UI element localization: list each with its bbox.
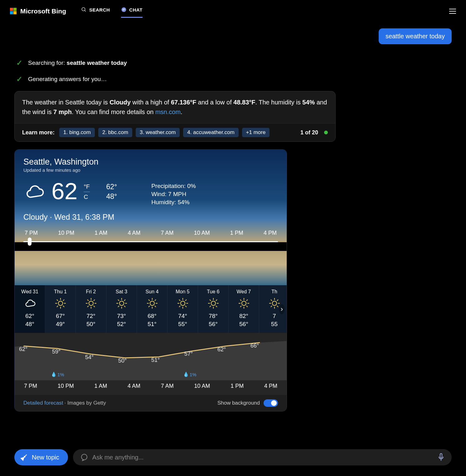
day-label: Sun 4 (138, 289, 166, 295)
weather-card: Seattle, Washington Updated a few minute… (14, 149, 287, 411)
day-cell[interactable]: Mon 574°55° (167, 285, 198, 333)
svg-point-30 (150, 301, 154, 305)
svg-line-38 (148, 306, 150, 307)
unit-toggle[interactable]: °FC (84, 183, 90, 200)
svg-line-9 (63, 306, 64, 307)
source-more[interactable]: +1 more (242, 128, 270, 137)
svg-point-39 (181, 301, 185, 305)
svg-point-21 (119, 301, 124, 305)
chart-temp-label: 50° (118, 358, 127, 364)
slider-thumb[interactable] (28, 238, 32, 246)
hour-label: 1 AM (94, 383, 107, 389)
hi-lo: 62°48° (106, 183, 117, 201)
svg-line-18 (94, 306, 95, 307)
day-cell[interactable]: Sat 373°52° (106, 285, 137, 333)
day-temps: 78°56° (199, 312, 227, 328)
svg-line-73 (277, 300, 278, 301)
day-temps: 72°50° (77, 312, 105, 328)
svg-line-17 (87, 300, 89, 301)
new-topic-button[interactable]: New topic (14, 449, 68, 465)
day-cell[interactable]: Wed 3162°48° (15, 285, 45, 333)
brand-text: Microsoft Bing (20, 7, 66, 15)
show-bg-toggle[interactable] (264, 399, 278, 407)
source-4[interactable]: 4. accuweather.com (183, 128, 238, 137)
hour-label: 10 AM (194, 383, 210, 389)
svg-line-54 (216, 306, 217, 307)
svg-point-48 (211, 301, 216, 305)
menu-icon[interactable] (449, 9, 456, 14)
day-cell[interactable]: Sun 468°51° (137, 285, 167, 333)
hour-label: 10 PM (58, 230, 74, 236)
sun-icon (146, 297, 158, 310)
background-image (15, 251, 287, 285)
svg-point-57 (242, 301, 246, 305)
msn-link[interactable]: msn.com (155, 108, 181, 115)
svg-point-2 (122, 7, 126, 12)
cloud-icon (24, 297, 36, 310)
tab-search[interactable]: SEARCH (81, 4, 110, 18)
ask-input[interactable]: Ask me anything... (73, 449, 452, 465)
hour-label: 4 PM (264, 230, 277, 236)
day-cell[interactable]: Wed 782°56° (229, 285, 259, 333)
day-temps: 82°56° (230, 312, 258, 328)
sun-icon (238, 297, 250, 310)
chart-temp-label: 57° (184, 351, 193, 357)
status-generating: ✓ Generating answers for you… (16, 75, 452, 84)
svg-line-56 (210, 306, 211, 307)
images-credit: · Images by Getty (65, 400, 106, 406)
sun-icon (85, 297, 97, 310)
svg-line-11 (57, 306, 58, 307)
day-temps: 62°48° (16, 312, 44, 328)
hour-label: 10 AM (194, 230, 210, 236)
svg-line-65 (240, 306, 241, 307)
learn-more-label: Learn more: (22, 129, 55, 136)
svg-line-47 (179, 306, 180, 307)
svg-line-63 (246, 306, 248, 307)
source-1[interactable]: 1. bing.com (59, 128, 95, 137)
svg-line-10 (63, 300, 64, 301)
svg-rect-76 (440, 454, 442, 458)
day-label: Mon 5 (169, 289, 197, 295)
tab-chat[interactable]: CHAT (121, 4, 143, 18)
microphone-icon[interactable] (437, 453, 445, 462)
answer-text: The weather in Seattle today is Cloudy w… (15, 91, 335, 123)
svg-point-0 (82, 7, 85, 11)
svg-point-66 (272, 301, 277, 305)
svg-line-26 (118, 300, 119, 301)
hour-label: 7 AM (161, 383, 174, 389)
day-cell[interactable]: Thu 167°49° (45, 285, 76, 333)
hour-label: 1 PM (230, 230, 243, 236)
svg-line-29 (118, 306, 119, 307)
svg-line-1 (85, 10, 86, 12)
chart-temp-label: 54° (85, 354, 94, 361)
hour-label: 1 PM (231, 383, 244, 389)
svg-line-44 (179, 300, 180, 301)
precip-label: 💧1% (51, 372, 64, 377)
day-temps: 68°51° (138, 312, 166, 328)
day-cell[interactable]: Tue 678°56° (198, 285, 229, 333)
svg-line-20 (87, 306, 89, 307)
svg-line-55 (216, 300, 217, 301)
location-title: Seattle, Washington (23, 157, 278, 167)
time-slider[interactable] (23, 241, 278, 242)
svg-line-27 (124, 306, 125, 307)
svg-line-37 (155, 300, 156, 301)
day-temps: 73°52° (108, 312, 135, 328)
check-icon: ✓ (16, 75, 22, 84)
day-cell[interactable]: Fri 272°50° (76, 285, 106, 333)
chart-temp-label: 66° (250, 343, 259, 349)
svg-line-19 (94, 300, 95, 301)
brand-logo[interactable]: Microsoft Bing (10, 7, 66, 15)
condition-line: Cloudy · Wed 31, 6:38 PM (23, 213, 278, 222)
sun-icon (207, 297, 220, 310)
source-3[interactable]: 3. weather.com (136, 128, 180, 137)
detailed-forecast-link[interactable]: Detailed forecast (23, 400, 63, 406)
day-label: Thu 1 (46, 289, 74, 295)
svg-line-71 (271, 300, 272, 301)
status-dot (324, 131, 328, 134)
svg-line-64 (246, 300, 248, 301)
source-2[interactable]: 2. bbc.com (98, 128, 132, 137)
broom-icon (20, 453, 28, 461)
svg-line-72 (277, 306, 278, 307)
hour-label: 7 AM (161, 230, 174, 236)
